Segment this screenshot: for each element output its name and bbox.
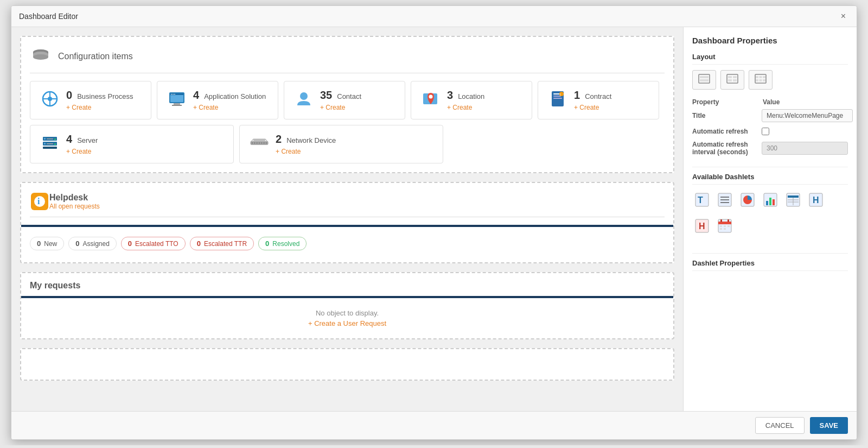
dashlet-pie[interactable] — [738, 190, 757, 213]
config-card-contract-info: 1 Contract + Create — [574, 89, 611, 111]
svg-rect-55 — [755, 74, 766, 83]
svg-rect-33 — [54, 143, 56, 145]
svg-rect-59 — [756, 79, 758, 81]
stat-assigned-count: 0 — [75, 239, 79, 248]
svg-rect-32 — [47, 143, 53, 144]
network-device-create[interactable]: + Create — [276, 148, 336, 155]
svg-text:!: ! — [560, 93, 561, 96]
my-requests-body: No object to display. + Create a User Re… — [21, 298, 673, 338]
svg-rect-39 — [259, 142, 260, 144]
svg-text:T: T — [698, 195, 703, 205]
svg-rect-38 — [256, 142, 258, 144]
contract-create[interactable]: + Create — [574, 104, 611, 111]
network-device-icon — [250, 133, 269, 153]
stat-new-count: 0 — [37, 239, 41, 248]
my-requests-section: My requests No object to display. + Crea… — [20, 272, 674, 339]
svg-rect-15 — [174, 103, 180, 105]
my-requests-title: My requests — [21, 273, 673, 296]
my-requests-empty-text: No object to display. — [30, 309, 665, 317]
config-section-header: Configuration items — [30, 46, 665, 73]
layout-two-col[interactable] — [720, 70, 744, 90]
dashlet-bar[interactable] — [761, 190, 780, 213]
server-count: 4 — [66, 133, 72, 146]
prop-col-value: Value — [763, 98, 780, 106]
create-user-request[interactable]: + Create a User Request — [30, 319, 665, 327]
config-card-location: 3 Location + Create — [411, 81, 532, 119]
prop-autorefresh-checkbox[interactable] — [762, 128, 769, 135]
server-name: Server — [77, 136, 98, 144]
dashlet-calendar[interactable] — [715, 216, 735, 239]
app-solution-icon — [167, 89, 187, 109]
dashlet-properties-title: Dashlet Properties — [692, 259, 848, 271]
modal-title: Dashboard Editor — [19, 12, 78, 21]
svg-rect-36 — [252, 142, 253, 144]
svg-rect-54 — [733, 79, 737, 81]
helpdesk-section-header: i Helpdesk All open requests — [30, 192, 665, 217]
svg-rect-11 — [170, 93, 183, 95]
svg-text:H: H — [699, 222, 705, 231]
close-button[interactable]: × — [838, 10, 849, 22]
svg-rect-85 — [727, 219, 729, 222]
svg-rect-34 — [43, 147, 57, 149]
save-button[interactable]: SAVE — [810, 417, 848, 434]
svg-rect-84 — [720, 219, 722, 222]
contact-create[interactable]: + Create — [320, 104, 361, 111]
panel-separator2 — [692, 253, 848, 254]
svg-rect-83 — [718, 222, 731, 224]
dashlet-table[interactable] — [783, 190, 803, 213]
config-card-business-process-info: 0 Business Process + Create — [66, 89, 133, 111]
stat-escalated-ttr-label: Escalated TTR — [204, 240, 247, 248]
server-icon — [40, 133, 60, 153]
config-card-contact-info: 35 Contact + Create — [320, 89, 361, 111]
svg-point-8 — [48, 97, 52, 101]
contract-count: 1 — [574, 89, 580, 102]
svg-rect-41 — [263, 142, 265, 144]
stat-escalated-ttr: 0 Escalated TTR — [190, 237, 254, 250]
prop-title-input[interactable] — [762, 109, 853, 122]
config-card-app-solution: 4 Application Solution + Create — [157, 81, 278, 119]
config-card-server-info: 4 Server + Create — [66, 133, 98, 155]
location-create[interactable]: + Create — [447, 104, 484, 111]
business-process-icon — [40, 89, 60, 109]
svg-rect-53 — [728, 79, 732, 81]
dashlet-text[interactable]: T — [692, 190, 712, 213]
cancel-button[interactable]: CANCEL — [755, 417, 805, 434]
app-solution-create[interactable]: + Create — [193, 104, 266, 111]
main-content: Configuration items — [11, 27, 683, 411]
svg-rect-87 — [724, 225, 726, 227]
svg-rect-74 — [788, 195, 799, 198]
dashlet-header1[interactable]: H — [806, 190, 826, 213]
svg-point-19 — [429, 95, 433, 99]
layout-three-col[interactable] — [749, 70, 773, 90]
prop-title-label: Title — [692, 112, 757, 119]
business-process-create[interactable]: + Create — [66, 104, 133, 111]
contact-count: 35 — [320, 89, 332, 102]
helpdesk-divider — [21, 225, 673, 227]
svg-rect-86 — [720, 225, 722, 227]
prop-interval-label: Automatic refresh interval (seconds) — [692, 141, 757, 156]
svg-rect-90 — [724, 228, 726, 230]
stat-resolved-label: Resolved — [272, 240, 299, 248]
network-device-count: 2 — [276, 133, 282, 146]
svg-rect-88 — [727, 225, 730, 227]
prop-autorefresh-label: Automatic refresh — [692, 128, 757, 135]
stat-escalated-ttr-count: 0 — [197, 239, 201, 248]
svg-rect-27 — [44, 138, 46, 140]
server-create[interactable]: + Create — [66, 148, 98, 155]
layout-single-col[interactable] — [692, 70, 716, 90]
contract-name: Contract — [585, 92, 611, 100]
svg-rect-52 — [733, 76, 737, 78]
svg-rect-14 — [174, 94, 175, 94]
config-card-location-info: 3 Location + Create — [447, 89, 484, 111]
helpdesk-subtitle: All open requests — [49, 203, 100, 210]
svg-rect-70 — [766, 201, 768, 205]
svg-rect-58 — [763, 76, 765, 78]
dashlet-list[interactable] — [715, 190, 735, 213]
prop-col-property: Property — [692, 98, 763, 106]
modal-footer: CANCEL SAVE — [11, 411, 857, 439]
dashlet-header2[interactable]: H — [692, 216, 712, 239]
config-items-section: Configuration items — [20, 36, 674, 173]
stat-new: 0 New — [30, 237, 64, 250]
helpdesk-icon: i — [30, 192, 49, 211]
stat-escalated-tto: 0 Escalated TTO — [121, 237, 186, 250]
